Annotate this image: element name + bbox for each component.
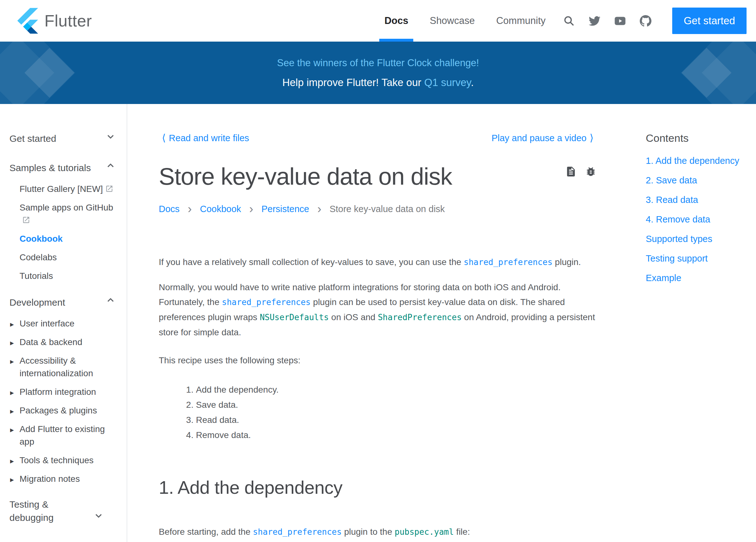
sidebar-item-label[interactable]: Sample apps on GitHub	[20, 202, 113, 212]
step-item: Save data.	[196, 397, 597, 413]
sidebar-item-tutorials[interactable]: Tutorials	[20, 270, 116, 283]
toc-item: Supported types	[646, 234, 747, 243]
chevron-up-icon	[105, 160, 116, 174]
external-link-icon	[103, 184, 113, 194]
sidebar-item-label[interactable]: Tools & techniques	[20, 455, 94, 465]
flutter-brand[interactable]: Flutter	[17, 8, 92, 34]
toc-item: 3. Read data	[646, 195, 747, 204]
sidebar-section-samples-tutorials[interactable]: Samples & tutorials	[9, 160, 116, 174]
chevron-up-icon	[105, 295, 116, 309]
sidebar-item-add-flutter-existing-app[interactable]: ▸Add Flutter to existing app	[20, 423, 116, 448]
toc-link-remove-data[interactable]: 4. Remove data	[646, 214, 710, 224]
sidebar-item-sample-apps-github[interactable]: Sample apps on GitHub	[20, 201, 116, 226]
breadcrumb-link-cookbook[interactable]: Cookbook	[200, 204, 241, 214]
sidebar-item-label[interactable]: Platform integration	[20, 387, 96, 397]
toc-link-add-dependency[interactable]: 1. Add the dependency	[646, 156, 739, 166]
twitter-icon[interactable]	[589, 15, 600, 27]
nav-item-docs[interactable]: Docs	[384, 0, 408, 42]
explanation-paragraph: Normally, you would have to write native…	[159, 280, 597, 340]
sidebar-item-cookbook[interactable]: Cookbook	[20, 232, 116, 245]
sidebar-section-label: Development	[9, 296, 65, 309]
toc-link-save-data[interactable]: 2. Save data	[646, 175, 697, 185]
triangle-bullet-icon: ▸	[10, 386, 14, 399]
next-page-link[interactable]: Play and pause a video⟩	[491, 131, 597, 145]
next-chevron-icon: ⟩	[590, 132, 593, 143]
sidebar-section-label: Get started	[9, 132, 56, 145]
sidebar-section-development[interactable]: Development	[9, 295, 116, 309]
toc-item: 1. Add the dependency	[646, 156, 747, 165]
sidebar-item-label[interactable]: Cookbook	[20, 234, 63, 243]
step-item: Remove data.	[196, 428, 597, 443]
sidebar-samples-list: Flutter Gallery [NEW] Sample apps on Git…	[20, 183, 116, 283]
section-heading-add-dependency: 1. Add the dependency	[159, 477, 597, 498]
toc-item: 4. Remove data	[646, 215, 747, 224]
sidebar-section-testing-debugging[interactable]: Testing & debugging	[9, 498, 104, 524]
chevron-down-icon	[105, 131, 116, 145]
triangle-bullet-icon: ▸	[10, 318, 14, 331]
sidebar-item-packages-plugins[interactable]: ▸Packages & plugins	[20, 404, 116, 417]
toc-link-supported-types[interactable]: Supported types	[646, 234, 712, 244]
top-header: Flutter Docs Showcase Community Ge	[0, 0, 756, 42]
toc-link-example[interactable]: Example	[646, 273, 681, 283]
github-icon[interactable]	[640, 15, 651, 27]
sidebar-item-label[interactable]: Packages & plugins	[20, 406, 97, 415]
sidebar-development-list: ▸User interface ▸Data & backend ▸Accessi…	[20, 317, 116, 485]
breadcrumb: Docs › Cookbook › Persistence › Store ke…	[159, 204, 597, 214]
banner-survey-line: Help improve Flutter! Take our Q1 survey…	[0, 77, 756, 88]
toc-link-testing-support[interactable]: Testing support	[646, 253, 708, 263]
content-area: Get started Samples & tutorials Flutter …	[0, 104, 756, 542]
sidebar-item-label[interactable]: Codelabs	[20, 252, 57, 262]
document-icon[interactable]	[565, 166, 577, 179]
nav-item-community[interactable]: Community	[496, 0, 546, 42]
sidebar-item-label[interactable]: Tutorials	[20, 271, 53, 281]
sidebar-item-data-backend[interactable]: ▸Data & backend	[20, 336, 116, 349]
intro-paragraph: If you have a relatively small collectio…	[159, 254, 597, 270]
page-title: Store key-value data on disk	[159, 163, 452, 190]
toc-item: Example	[646, 274, 747, 283]
sidebar-item-label[interactable]: Data & backend	[20, 337, 82, 347]
sidebar-item-codelabs[interactable]: Codelabs	[20, 251, 116, 264]
toc-item: Testing support	[646, 254, 747, 263]
sidebar-item-flutter-gallery[interactable]: Flutter Gallery [NEW]	[20, 183, 116, 195]
nav-item-showcase[interactable]: Showcase	[430, 0, 475, 42]
prev-page-link[interactable]: ⟨Read and write files	[159, 131, 249, 145]
triangle-bullet-icon: ▸	[10, 337, 14, 349]
article-body: If you have a relatively small collectio…	[159, 254, 597, 539]
sidebar-item-label[interactable]: Accessibility & internationalization	[20, 356, 93, 378]
banner-survey-link[interactable]: Q1 survey	[424, 77, 471, 88]
breadcrumb-current: Store key-value data on disk	[329, 204, 445, 214]
get-started-button[interactable]: Get started	[672, 8, 747, 34]
breadcrumb-separator: ›	[188, 204, 192, 214]
flutter-logo-icon	[17, 8, 38, 34]
breadcrumb-link-persistence[interactable]: Persistence	[261, 204, 309, 214]
sidebar-item-label[interactable]: Add Flutter to existing app	[20, 424, 105, 447]
bug-icon[interactable]	[585, 166, 597, 179]
search-icon[interactable]	[563, 15, 575, 27]
sidebar-item-label[interactable]: User interface	[20, 319, 74, 328]
triangle-bullet-icon: ▸	[10, 424, 14, 436]
sidebar-item-accessibility[interactable]: ▸Accessibility & internationalization	[20, 355, 116, 380]
step-item: Add the dependency.	[196, 382, 597, 397]
toc-link-read-data[interactable]: 3. Read data	[646, 195, 698, 205]
triangle-bullet-icon: ▸	[10, 405, 14, 418]
toc-item: 2. Save data	[646, 176, 747, 185]
title-actions	[557, 166, 597, 179]
steps-intro: This recipe uses the following steps:	[159, 353, 597, 368]
sidebar-section-get-started[interactable]: Get started	[9, 131, 116, 145]
youtube-icon[interactable]	[614, 15, 626, 27]
sidebar-item-platform-integration[interactable]: ▸Platform integration	[20, 386, 116, 398]
banner-survey-text: Help improve Flutter! Take our	[282, 77, 424, 88]
breadcrumb-link-docs[interactable]: Docs	[159, 204, 180, 214]
prev-chevron-icon: ⟨	[162, 132, 166, 143]
sidebar-item-migration-notes[interactable]: ▸Migration notes	[20, 473, 116, 485]
banner-survey-period: .	[471, 77, 474, 88]
banner-clock-challenge-link[interactable]: See the winners of the Flutter Clock cha…	[0, 57, 756, 69]
step-item: Read data.	[196, 413, 597, 428]
chevron-down-icon	[93, 510, 104, 524]
sidebar-item-tools-techniques[interactable]: ▸Tools & techniques	[20, 454, 116, 467]
closing-paragraph: Before starting, add the shared_preferen…	[159, 524, 597, 539]
sidebar-item-user-interface[interactable]: ▸User interface	[20, 317, 116, 330]
sidebar-item-label[interactable]: Migration notes	[20, 474, 80, 484]
title-row: Store key-value data on disk	[159, 163, 597, 190]
sidebar-item-label[interactable]: Flutter Gallery [NEW]	[20, 184, 103, 194]
